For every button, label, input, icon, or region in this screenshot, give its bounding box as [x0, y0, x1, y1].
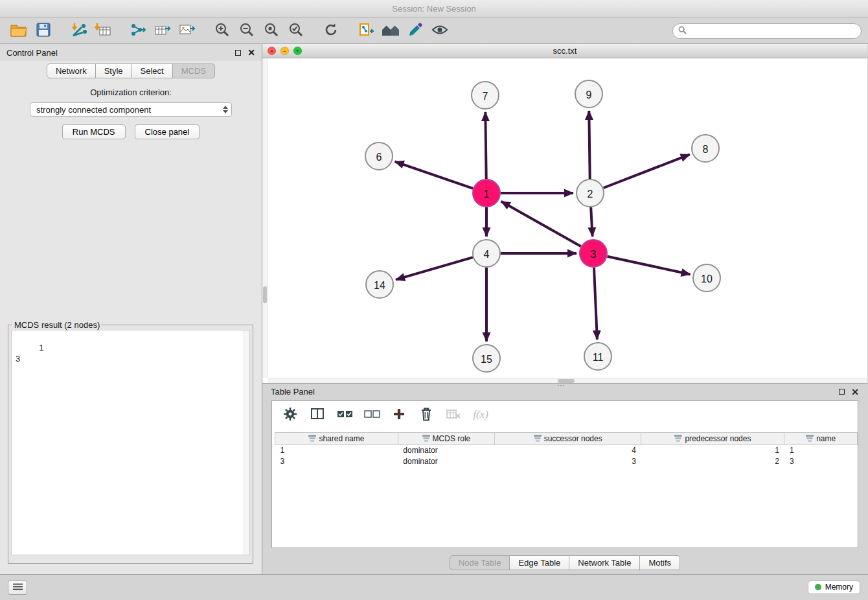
- export-table-button[interactable]: [150, 21, 175, 41]
- node-2[interactable]: 2: [577, 179, 604, 207]
- import-network-button[interactable]: [66, 21, 91, 41]
- node-label: 4: [484, 249, 490, 260]
- edge-1-7[interactable]: [485, 112, 486, 179]
- ui-settings-button[interactable]: [8, 581, 27, 595]
- export-image-button[interactable]: [175, 21, 200, 41]
- node-3[interactable]: 3: [580, 240, 607, 267]
- search-input[interactable]: [690, 26, 856, 36]
- cell-predecessor-nodes: 2: [641, 456, 784, 467]
- edge-1-6[interactable]: [395, 161, 474, 189]
- column-header-name[interactable]: name: [784, 433, 858, 445]
- edge-2-3[interactable]: [591, 207, 592, 237]
- column-header-mcds-role[interactable]: MCDS role: [398, 433, 494, 445]
- node-4[interactable]: 4: [473, 240, 500, 267]
- float-panel-icon[interactable]: [235, 50, 241, 56]
- export-network-button[interactable]: [126, 21, 150, 41]
- apply-style-button[interactable]: [403, 21, 428, 41]
- status-bar: Memory: [0, 574, 868, 600]
- node-8[interactable]: 8: [692, 135, 719, 162]
- mcds-result-list[interactable]: 1 3: [11, 330, 250, 555]
- node-1[interactable]: 1: [473, 179, 500, 207]
- horizontal-split-handle[interactable]: [558, 385, 564, 386]
- close-window-icon[interactable]: ×: [268, 47, 276, 55]
- select-all-columns-button[interactable]: [334, 405, 355, 424]
- tab-node-table[interactable]: Node Table: [450, 555, 510, 570]
- node-9[interactable]: 9: [575, 80, 602, 108]
- show-column-button[interactable]: [307, 405, 328, 424]
- node-14[interactable]: 14: [366, 271, 393, 298]
- zoom-in-button[interactable]: [210, 21, 234, 41]
- control-panel-tabs: NetworkStyleSelectMCDS: [0, 63, 262, 78]
- tab-motifs[interactable]: Motifs: [640, 555, 680, 570]
- open-session-button[interactable]: [6, 21, 31, 41]
- import-network-icon: [70, 22, 87, 40]
- create-column-button[interactable]: [389, 405, 409, 424]
- edge-4-14[interactable]: [396, 257, 473, 280]
- edge-3-11[interactable]: [594, 268, 597, 340]
- node-label: 1: [484, 189, 490, 200]
- node-table-body: f(x) shared nameMCDS rolesuccessor nodes…: [271, 400, 858, 548]
- tab-style[interactable]: Style: [96, 63, 132, 78]
- cell-name: 3: [784, 456, 858, 467]
- search-field[interactable]: [672, 23, 862, 39]
- floppy-disk-icon: [36, 23, 51, 39]
- show-neighbors-button[interactable]: [378, 21, 403, 41]
- node-10[interactable]: 10: [693, 264, 720, 292]
- close-panel-icon[interactable]: ✕: [247, 49, 255, 56]
- save-session-button[interactable]: [31, 21, 56, 41]
- refresh-view-button[interactable]: [319, 21, 343, 41]
- column-header-shared-name[interactable]: shared name: [275, 433, 398, 445]
- network-horizontal-scrollbar[interactable]: [268, 378, 867, 383]
- network-canvas[interactable]: 7968124314101511: [262, 58, 867, 383]
- import-table-button[interactable]: [91, 21, 115, 41]
- column-sort-icon: [806, 435, 814, 444]
- edge-2-8[interactable]: [604, 154, 690, 188]
- cell-mcds-role: dominator: [398, 456, 494, 467]
- zoom-window-icon[interactable]: +: [293, 47, 302, 55]
- column-header-successor-nodes[interactable]: successor nodes: [494, 433, 641, 445]
- edge-3-1[interactable]: [501, 202, 581, 246]
- close-panel-button[interactable]: Close panel: [135, 124, 200, 139]
- node-15[interactable]: 15: [473, 345, 500, 372]
- zoom-fit-button[interactable]: [259, 21, 284, 41]
- zoom-out-button[interactable]: [234, 21, 259, 41]
- node-11[interactable]: 11: [584, 343, 611, 370]
- table-row[interactable]: 3dominator323: [275, 456, 858, 467]
- copy-network-button[interactable]: [354, 21, 378, 41]
- edge-3-10[interactable]: [608, 257, 691, 275]
- run-mcds-button[interactable]: Run MCDS: [62, 124, 126, 139]
- node-label: 14: [374, 280, 385, 291]
- table-panel: Table Panel ✕: [262, 384, 867, 574]
- result-scrollbar[interactable]: [244, 330, 249, 555]
- column-header-predecessor-nodes[interactable]: predecessor nodes: [641, 433, 784, 445]
- function-builder-button[interactable]: f(x): [470, 405, 491, 424]
- list-icon: [13, 583, 23, 592]
- table-header-row: shared nameMCDS rolesuccessor nodesprede…: [275, 433, 858, 445]
- minimize-window-icon[interactable]: −: [280, 47, 289, 55]
- unselect-all-columns-button[interactable]: [361, 405, 382, 424]
- node-table: shared nameMCDS rolesuccessor nodesprede…: [275, 432, 858, 467]
- scrollbar-thumb[interactable]: [558, 379, 575, 383]
- float-panel-icon[interactable]: [839, 389, 845, 395]
- edge-2-9[interactable]: [589, 111, 589, 179]
- tab-select[interactable]: Select: [132, 63, 173, 78]
- delete-column-button[interactable]: [416, 405, 437, 424]
- import-table-icon: [95, 22, 111, 40]
- network-vertical-scrollbar[interactable]: [262, 58, 268, 378]
- scrollbar-thumb[interactable]: [263, 286, 267, 303]
- node-6[interactable]: 6: [365, 143, 393, 170]
- tab-network-table[interactable]: Network Table: [569, 555, 640, 570]
- show-hide-graphics-button[interactable]: [428, 21, 452, 41]
- tab-network[interactable]: Network: [47, 63, 96, 78]
- tab-edge-table[interactable]: Edge Table: [510, 555, 569, 570]
- memory-button[interactable]: Memory: [808, 581, 860, 594]
- criterion-dropdown[interactable]: strongly connected component: [30, 102, 232, 117]
- delete-table-button[interactable]: [443, 405, 464, 424]
- close-panel-icon[interactable]: ✕: [851, 389, 859, 395]
- main-toolbar: [0, 18, 868, 44]
- zoom-selected-button[interactable]: [284, 21, 308, 41]
- tab-mcds[interactable]: MCDS: [173, 63, 215, 78]
- node-7[interactable]: 7: [472, 82, 499, 109]
- table-settings-button[interactable]: [280, 405, 301, 424]
- table-row[interactable]: 1dominator411: [275, 445, 858, 456]
